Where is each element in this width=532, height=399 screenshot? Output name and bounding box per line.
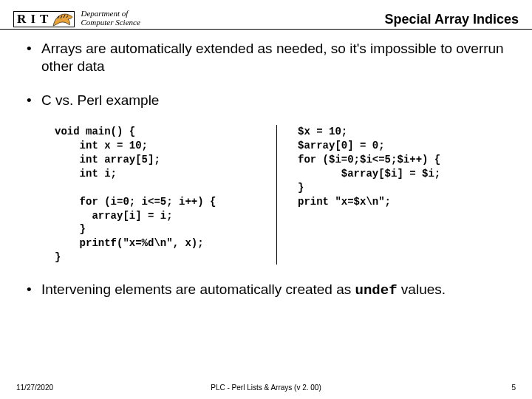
slide-title: Special Array Indices (385, 12, 519, 29)
bullet-3: Intervening elements are automatically c… (24, 281, 508, 300)
footer-title: PLC - Perl Lists & Arrays (v 2. 00) (211, 383, 321, 392)
bullet-1: Arrays are automatically extended as nee… (24, 40, 508, 75)
bullet-3-text-a: Intervening elements are automatically c… (41, 282, 355, 297)
perl-code-block: $x = 10; $array[0] = 0; for ($i=0;$i<=5;… (276, 125, 498, 265)
tiger-icon (52, 11, 74, 27)
undef-keyword: undef (355, 282, 398, 299)
bullet-2: C vs. Perl example (24, 92, 508, 109)
bullet-list: Arrays are automatically extended as nee… (24, 40, 508, 109)
code-comparison: void main() { int x = 10; int array[5]; … (55, 125, 508, 265)
slide-header: R I T Department of Computer Science Spe… (0, 0, 532, 30)
rit-logo-box: R I T (13, 11, 75, 27)
department-label: Department of Computer Science (81, 10, 140, 27)
c-code-block: void main() { int x = 10; int array[5]; … (55, 125, 276, 265)
bullet-3-text-b: values. (398, 282, 446, 297)
slide-content: Arrays are automatically extended as nee… (0, 30, 532, 300)
footer-page-number: 5 (511, 383, 516, 392)
rit-letters: R I T (14, 12, 52, 27)
footer-date: 11/27/2020 (16, 383, 53, 392)
logo-group: R I T Department of Computer Science (13, 10, 140, 29)
slide-footer: 11/27/2020 PLC - Perl Lists & Arrays (v … (0, 383, 532, 392)
bullet-list-2: Intervening elements are automatically c… (24, 281, 508, 300)
rit-logo: R I T (13, 10, 75, 29)
dept-line2: Computer Science (81, 18, 140, 27)
